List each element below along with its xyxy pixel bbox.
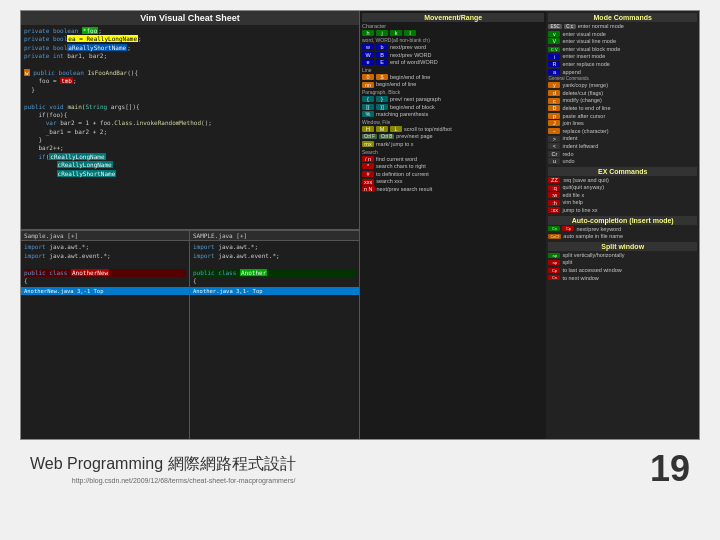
key-p-paste: p — [548, 113, 560, 119]
code-panel: Vim Visual Cheat Sheet private boolean *… — [21, 11, 360, 439]
key-ctrl-p: Cp — [562, 226, 574, 231]
line-begin-end: begin/end of line — [390, 74, 430, 81]
word-next-prev-WORD: next/prev WORD — [390, 52, 432, 59]
window-label: Window, File — [362, 119, 544, 125]
search-xxx: search xxx — [376, 178, 402, 185]
word-label: word, WORD(all non-blank ch) — [362, 37, 544, 43]
page-number: 19 — [650, 448, 690, 490]
key-ZZ: ZZ — [548, 177, 560, 183]
jump-line: jump to line xx — [562, 207, 597, 214]
split-file: split — [562, 259, 572, 266]
key-colon-sp: :sp — [548, 253, 560, 258]
key-ctrl-b: Ctrl B — [379, 134, 394, 139]
mode-insert: enter insert mode — [562, 53, 605, 60]
split-horiz: split vertically/horizontally — [562, 252, 624, 259]
status-bar-right: Another.java 3,1- Top — [190, 287, 359, 295]
key-L: L — [390, 126, 402, 132]
key-ctrl-r: Cr — [548, 151, 560, 157]
key-last-win: Cp — [548, 268, 560, 273]
key-lt: < — [548, 143, 560, 149]
next-window: to next window — [562, 275, 598, 282]
paste: paste after cursor — [562, 113, 605, 120]
key-open-brace: { — [362, 96, 374, 102]
line-label: Line — [362, 67, 544, 73]
key-slash-n: / n — [362, 156, 374, 162]
yank: yank/copy (merge) — [562, 82, 608, 89]
cheatsheet-panel: Movement/Range Character h j k l word, W… — [360, 11, 699, 439]
key-percent: % — [362, 111, 374, 117]
key-R-upper: R — [548, 61, 560, 67]
key-c-change: c — [548, 98, 560, 104]
next-prev-search: next/prev search result — [377, 186, 433, 193]
movement-title: Movement/Range — [362, 13, 544, 22]
key-h: h — [362, 30, 374, 36]
vim-main: Movement/Range Character h j k l word, W… — [360, 11, 546, 439]
key-y-yank: y — [548, 82, 560, 88]
key-colon-q: :q — [548, 185, 560, 191]
key-d-del: d — [548, 90, 560, 96]
key-B: B — [376, 52, 388, 58]
save-quit: :wq (save and quit) — [562, 177, 608, 184]
key-star: * — [362, 163, 374, 169]
key-ctrl-c: C c — [564, 24, 576, 29]
delete: delete/cut (flags) — [562, 90, 603, 97]
redo: redo — [562, 151, 573, 158]
key-colon-xx: :xx — [548, 207, 560, 213]
mark-jump: mark/ jump to x — [376, 141, 414, 148]
vim-side: Mode Commands ESC C c enter normal mode … — [546, 11, 699, 439]
key-mx: mx — [362, 141, 374, 147]
key-tilde: ~ — [548, 128, 560, 134]
key-dollar: $ — [376, 74, 388, 80]
key-mid-win: M — [376, 126, 388, 132]
para-label: Paragraph, Block — [362, 89, 544, 95]
key-ctrl-xf: CxCf — [548, 234, 561, 239]
key-v-lower: v — [548, 31, 560, 37]
key-split-x: :sp — [548, 260, 560, 265]
key-gt: > — [548, 136, 560, 142]
key-hash: # — [362, 171, 374, 177]
key-E: E — [376, 59, 388, 65]
search-to-right: search chars to right — [376, 163, 426, 170]
win-top-mid-bot: scroll to top/mid/bot — [404, 126, 452, 133]
dedent: indent leftward — [562, 143, 598, 150]
general-label: General Commands — [548, 76, 697, 81]
ex-title: EX Commands — [548, 167, 697, 176]
replace-char: replace (character) — [562, 128, 608, 135]
key-close-brace: } — [376, 96, 388, 102]
last-window: to last accessed window — [562, 267, 621, 274]
key-next-win: Cn — [548, 275, 560, 280]
key-open-bracket: [{ — [362, 104, 374, 110]
key-l: l — [404, 30, 416, 36]
auto-title: Auto-completion (Insert mode) — [548, 216, 697, 225]
url-text: http://blog.csdn.net/2009/12/68/terms/ch… — [30, 477, 296, 484]
key-k: k — [390, 30, 402, 36]
key-D-upper: D — [548, 105, 560, 111]
td-definition: to definition of current — [376, 171, 429, 178]
block-begin-end: begin/end of block — [390, 104, 435, 111]
del-char: delete to end of line — [562, 105, 610, 112]
mode-visual: enter visual mode — [562, 31, 605, 38]
key-H: H — [362, 126, 374, 132]
key-n-upper: n N — [362, 186, 375, 192]
find-current-word: find current word — [376, 156, 417, 163]
save-file: edit file x — [562, 192, 584, 199]
footer-right: 19 — [650, 448, 690, 490]
search-label: Search — [362, 149, 544, 155]
key-colon-w: :w — [548, 192, 560, 198]
join-lines: join lines — [562, 120, 583, 127]
cheatsheet-title: Vim Visual Cheat Sheet — [21, 11, 359, 25]
key-0: 0 — [362, 74, 374, 80]
key-j: j — [376, 30, 388, 36]
next-prev-keyword: next/prev keyword — [576, 226, 621, 233]
pane-left-header: Sample.java [+] — [21, 231, 189, 241]
key-W: W — [362, 52, 374, 58]
key-w-prev: w — [362, 44, 374, 50]
mode-normal: enter normal mode — [578, 23, 624, 30]
undo: undo — [562, 158, 574, 165]
key-a-lower: a — [548, 69, 560, 75]
slide-container: Vim Visual Cheat Sheet private boolean *… — [0, 0, 720, 540]
cheatsheet-image: Vim Visual Cheat Sheet private boolean *… — [20, 10, 700, 440]
key-V-upper: V — [548, 38, 560, 44]
auto-sample: auto sample in file name — [563, 233, 623, 240]
split-title: Split window — [548, 242, 697, 251]
